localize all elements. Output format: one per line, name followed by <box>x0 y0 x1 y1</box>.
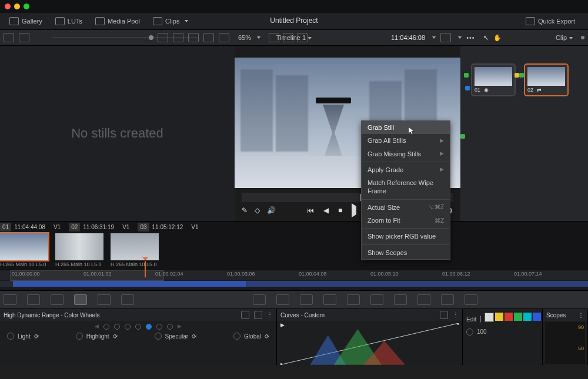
color-checker-icon[interactable] <box>27 294 40 305</box>
3d-icon[interactable] <box>465 294 477 305</box>
channel-y[interactable] <box>495 313 503 321</box>
page-dot[interactable] <box>146 324 152 330</box>
sizing-icon[interactable] <box>441 294 454 305</box>
options-icon[interactable]: ••• <box>466 33 475 42</box>
warper-icon[interactable] <box>276 294 289 305</box>
reset-target-icon[interactable] <box>254 311 262 319</box>
render-cache-icon[interactable] <box>440 33 451 42</box>
mute-icon[interactable]: 🔊 <box>267 206 276 216</box>
node-01[interactable]: 01 ◉ <box>471 63 516 96</box>
search-icon[interactable] <box>203 33 214 42</box>
reset-icon[interactable]: ⟳ <box>113 333 118 340</box>
color-wheels-icon[interactable] <box>51 294 64 305</box>
reset-icon[interactable]: ⟳ <box>34 333 39 340</box>
panel-options-icon[interactable]: ⋮ <box>453 311 459 319</box>
clip-chip-02[interactable]: 0211:06:31:19 <box>69 223 114 232</box>
menu-match-reference[interactable]: Match Reference Wipe Frame <box>362 176 450 198</box>
soft-clip-value[interactable]: 100 <box>466 328 539 336</box>
timeline-clip-segment[interactable] <box>13 281 246 287</box>
menu-grab-missing-stills[interactable]: Grab Missing Stills▶ <box>362 147 450 160</box>
motion-effects-icon[interactable] <box>121 294 134 305</box>
panel-options-icon[interactable]: ⋮ <box>578 311 584 319</box>
menu-show-picker-rgb[interactable]: Show picker RGB value <box>362 230 450 243</box>
page-dot[interactable] <box>125 324 131 330</box>
node-zoom-handle[interactable] <box>581 36 584 39</box>
timeline-playhead[interactable] <box>145 261 146 277</box>
wipe-icon[interactable]: ◇ <box>255 206 260 216</box>
expand-icon[interactable] <box>219 33 229 42</box>
stills-sort-icon[interactable] <box>19 33 29 42</box>
maximize-window-button[interactable] <box>24 4 29 9</box>
node-input-port[interactable] <box>464 73 469 78</box>
channel-luma[interactable] <box>485 313 494 322</box>
clips-tab[interactable]: Clips <box>148 15 193 27</box>
viewer-zoom-value[interactable]: 65% <box>238 33 251 42</box>
menu-zoom-to-fit[interactable]: Zoom to Fit⌘Z <box>362 214 450 227</box>
next-page-icon[interactable]: ▶ <box>178 323 182 330</box>
pointer-icon[interactable]: ↖ <box>483 33 489 42</box>
node-alpha-port[interactable] <box>465 86 470 90</box>
timeline-ruler[interactable]: 01:00:00:00 01:00:01:02 01:00:02:04 01:0… <box>0 270 588 280</box>
node-02[interactable]: 02 ⇄ <box>524 63 569 96</box>
minimize-window-button[interactable] <box>14 4 20 9</box>
qualifier-icon[interactable] <box>300 294 313 305</box>
media-pool-tab[interactable]: Media Pool <box>91 15 145 27</box>
node-output-port[interactable] <box>514 73 519 78</box>
menu-grab-still[interactable]: Grab Still <box>362 121 450 134</box>
gallery-tab[interactable]: Gallery <box>5 15 47 27</box>
menu-show-scopes[interactable]: Show Scopes <box>362 246 450 259</box>
menu-actual-size[interactable]: Actual Size⌥⌘Z <box>362 201 450 214</box>
blur-icon[interactable] <box>394 294 407 305</box>
window-icon[interactable] <box>323 294 336 305</box>
clip-chip-01[interactable]: 0111:04:44:08 <box>0 223 45 232</box>
graph-source-port[interactable] <box>460 134 465 139</box>
gallery-size-handle[interactable] <box>149 35 153 40</box>
clip-selector[interactable]: Clip <box>556 34 567 41</box>
timeline-track[interactable] <box>0 281 588 287</box>
go-first-button[interactable]: ⏮ <box>307 206 314 216</box>
step-back-button[interactable]: ◀ <box>323 206 329 216</box>
channel-b[interactable] <box>533 313 541 321</box>
timeline-clip-segment[interactable] <box>246 281 588 287</box>
wheel-highlight[interactable]: Highlight⟳ <box>76 333 118 340</box>
hdr-wheels-icon[interactable] <box>74 294 87 305</box>
menu-apply-grade[interactable]: Apply Grade▶ <box>362 163 450 176</box>
page-dot[interactable] <box>135 324 141 330</box>
channel-r[interactable] <box>505 313 513 321</box>
stills-view-icon[interactable] <box>4 33 14 42</box>
list-view-icon[interactable] <box>188 33 199 42</box>
key-icon[interactable] <box>417 294 430 305</box>
wheel-specular[interactable]: Specular⟳ <box>155 333 196 340</box>
timeline-selector[interactable]: Timeline 1 <box>276 34 306 41</box>
qualifier-icon[interactable]: ✎ <box>242 206 248 216</box>
camera-raw-icon[interactable] <box>4 294 16 305</box>
curves-graph[interactable]: ▶ <box>280 323 459 363</box>
curve-mode-icon[interactable] <box>440 311 448 319</box>
tracking-icon[interactable] <box>347 294 360 305</box>
panel-options-icon[interactable]: ⋮ <box>267 311 273 319</box>
luts-tab[interactable]: LUTs <box>51 15 87 27</box>
node-graph[interactable]: 01 ◉ 02 ⇄ <box>460 46 588 221</box>
knob-icon[interactable] <box>466 328 473 336</box>
master-timecode[interactable]: 11:04:46:08 <box>391 33 425 42</box>
clip-thumb-03[interactable]: H.265 Main 10 L5.0 <box>111 233 159 269</box>
hand-icon[interactable]: ✋ <box>493 33 502 42</box>
play-button[interactable] <box>352 206 356 216</box>
page-dot[interactable] <box>103 324 109 330</box>
node-input-port[interactable] <box>519 73 524 78</box>
page-dot[interactable] <box>167 324 173 330</box>
wheel-global[interactable]: Global⟳ <box>233 333 269 340</box>
close-window-button[interactable] <box>5 4 11 9</box>
page-dot[interactable] <box>156 324 162 330</box>
clip-chip-03[interactable]: 0311:05:12:12 <box>138 223 183 232</box>
stop-button[interactable]: ■ <box>338 206 342 216</box>
clip-thumb-02[interactable]: H.265 Main 10 L5.0 <box>55 233 103 269</box>
magic-mask-icon[interactable] <box>370 294 383 305</box>
grid-view-icon[interactable] <box>173 33 183 42</box>
link-icon[interactable] <box>480 316 481 323</box>
rgb-mixer-icon[interactable] <box>98 294 111 305</box>
wheel-light[interactable]: Light⟳ <box>7 333 39 340</box>
reset-icon[interactable]: ⟳ <box>192 333 196 340</box>
sort-icon[interactable] <box>158 33 168 42</box>
quick-export-button[interactable]: Quick Export <box>521 15 580 27</box>
